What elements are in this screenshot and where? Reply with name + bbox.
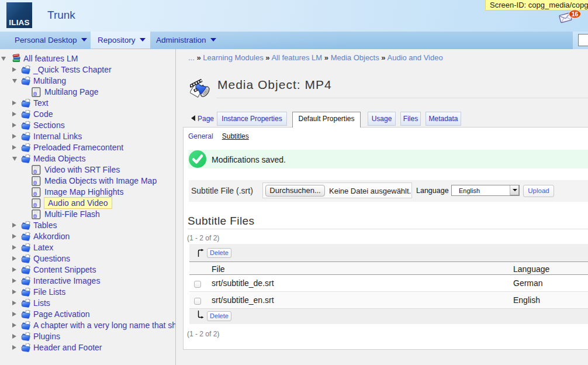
svg-text:16: 16 <box>572 11 579 18</box>
